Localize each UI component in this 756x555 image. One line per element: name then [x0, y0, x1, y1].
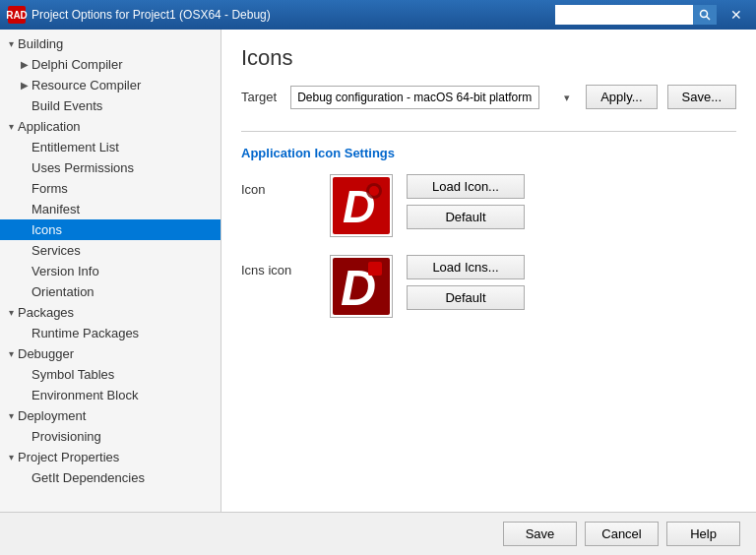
sidebar-item-uses-permissions[interactable]: Uses Permissions — [0, 157, 220, 178]
sidebar-item-orientation[interactable]: Orientation — [0, 281, 220, 302]
sidebar-label-runtime-packages: Runtime Packages — [32, 326, 139, 340]
sidebar-label-version-info: Version Info — [32, 264, 99, 278]
main-layout: ▾ Building ▶ Delphi Compiler ▶ Resource … — [0, 30, 756, 512]
icns-buttons: Load Icns... Default — [407, 255, 525, 310]
toggle-uses-permissions — [18, 161, 32, 175]
page-title: Icons — [241, 45, 736, 71]
svg-rect-8 — [368, 262, 382, 276]
sidebar-item-environment-block[interactable]: Environment Block — [0, 385, 220, 405]
load-icon-button[interactable]: Load Icon... — [407, 174, 525, 199]
sidebar-item-provisioning[interactable]: Provisioning — [0, 426, 220, 447]
sidebar-label-icons: Icons — [32, 222, 62, 237]
cancel-button[interactable]: Cancel — [585, 522, 659, 546]
section-divider — [241, 131, 736, 132]
target-dropdown-wrapper: Debug configuration - macOS 64-bit platf… — [290, 86, 576, 109]
sidebar-item-resource-compiler[interactable]: ▶ Resource Compiler — [0, 75, 220, 95]
toggle-environment-block — [18, 389, 32, 402]
default-icns-button[interactable]: Default — [407, 285, 525, 310]
titlebar-search-input[interactable] — [555, 5, 693, 25]
target-dropdown[interactable]: Debug configuration - macOS 64-bit platf… — [290, 86, 539, 109]
toggle-project-properties: ▾ — [4, 451, 18, 464]
toggle-version-info — [18, 265, 32, 278]
sidebar-label-provisioning: Provisioning — [32, 429, 101, 444]
sidebar-item-runtime-packages[interactable]: Runtime Packages — [0, 323, 220, 343]
sidebar-item-manifest[interactable]: Manifest — [0, 199, 220, 219]
toggle-symbol-tables — [18, 368, 32, 382]
window-title: Project Options for Project1 (OSX64 - De… — [32, 8, 555, 22]
icon-buttons: Load Icon... Default — [407, 174, 525, 229]
toggle-entitlement-list — [18, 141, 32, 154]
toggle-provisioning — [18, 430, 32, 444]
apply-button[interactable]: Apply... — [586, 85, 657, 109]
svg-point-0 — [701, 11, 708, 18]
sidebar-label-build-events: Build Events — [32, 98, 102, 113]
sidebar-item-building[interactable]: ▾ Building — [0, 33, 220, 54]
load-icns-button[interactable]: Load Icns... — [407, 255, 525, 279]
icon-label: Icon — [241, 174, 330, 197]
toggle-manifest — [18, 203, 32, 216]
sidebar-label-services: Services — [32, 243, 81, 258]
sidebar-label-project-properties: Project Properties — [18, 450, 119, 464]
toggle-debugger: ▾ — [4, 347, 18, 361]
sidebar-label-environment-block: Environment Block — [32, 388, 138, 402]
sidebar-label-packages: Packages — [18, 305, 74, 320]
sidebar-item-project-properties[interactable]: ▾ Project Properties — [0, 447, 220, 467]
titlebar: RAD Project Options for Project1 (OSX64 … — [0, 0, 756, 30]
sidebar-label-resource-compiler: Resource Compiler — [32, 78, 141, 92]
sidebar-label-orientation: Orientation — [32, 284, 94, 299]
icns-preview: D — [330, 255, 393, 318]
content-panel: Icons Target Debug configuration - macOS… — [221, 30, 756, 512]
icon-row: Icon D Load Icon... Default — [241, 174, 736, 237]
sidebar-item-application[interactable]: ▾ Application — [0, 116, 220, 137]
sidebar-item-services[interactable]: Services — [0, 240, 220, 261]
sidebar-label-debugger: Debugger — [18, 346, 74, 361]
sidebar-item-getit-dependencies[interactable]: GetIt Dependencies — [0, 467, 220, 488]
close-button[interactable]: ✕ — [724, 5, 748, 25]
sidebar-label-forms: Forms — [32, 181, 68, 196]
save-button[interactable]: Save — [503, 522, 577, 546]
app-icon: RAD — [8, 6, 26, 24]
bottombar: Save Cancel Help — [0, 512, 756, 555]
titlebar-search-button[interactable] — [693, 5, 717, 25]
toggle-orientation — [18, 285, 32, 299]
sidebar-label-delphi-compiler: Delphi Compiler — [32, 57, 122, 72]
icon-preview-svg: D — [333, 177, 390, 234]
svg-point-5 — [369, 186, 379, 196]
sidebar-item-deployment[interactable]: ▾ Deployment — [0, 405, 220, 426]
sidebar-item-packages[interactable]: ▾ Packages — [0, 302, 220, 323]
sidebar-item-delphi-compiler[interactable]: ▶ Delphi Compiler — [0, 54, 220, 75]
toggle-application: ▾ — [4, 120, 18, 134]
sidebar-item-symbol-tables[interactable]: Symbol Tables — [0, 364, 220, 385]
sidebar-label-uses-permissions: Uses Permissions — [32, 160, 134, 175]
toggle-services — [18, 244, 32, 258]
sidebar-item-debugger[interactable]: ▾ Debugger — [0, 343, 220, 364]
toggle-resource-compiler: ▶ — [18, 79, 32, 92]
toggle-forms — [18, 182, 32, 196]
sidebar-item-version-info[interactable]: Version Info — [0, 261, 220, 281]
icns-row: Icns icon D Load Icns... Default — [241, 255, 736, 318]
target-section: Target Debug configuration - macOS 64-bi… — [241, 85, 736, 109]
sidebar-label-symbol-tables: Symbol Tables — [32, 367, 114, 382]
target-label: Target — [241, 90, 277, 104]
sidebar: ▾ Building ▶ Delphi Compiler ▶ Resource … — [0, 30, 221, 512]
toggle-packages: ▾ — [4, 306, 18, 320]
toggle-building: ▾ — [4, 37, 18, 51]
toggle-runtime-packages — [18, 327, 32, 340]
toggle-build-events — [18, 99, 32, 113]
toggle-getit-dependencies — [18, 471, 32, 485]
sidebar-label-manifest: Manifest — [32, 202, 80, 216]
sidebar-item-build-events[interactable]: Build Events — [0, 95, 220, 116]
default-icon-button[interactable]: Default — [407, 205, 525, 229]
sidebar-item-forms[interactable]: Forms — [0, 178, 220, 199]
icon-preview: D — [330, 174, 393, 237]
save-config-button[interactable]: Save... — [667, 85, 736, 109]
sidebar-item-icons[interactable]: Icons — [0, 219, 220, 240]
help-button[interactable]: Help — [666, 522, 740, 546]
icns-preview-svg: D — [333, 258, 390, 315]
sidebar-label-getit-dependencies: GetIt Dependencies — [32, 470, 145, 485]
toggle-icons — [18, 223, 32, 237]
sidebar-item-entitlement-list[interactable]: Entitlement List — [0, 137, 220, 157]
section-heading: Application Icon Settings — [241, 146, 736, 160]
svg-line-1 — [707, 17, 711, 21]
toggle-deployment: ▾ — [4, 409, 18, 423]
